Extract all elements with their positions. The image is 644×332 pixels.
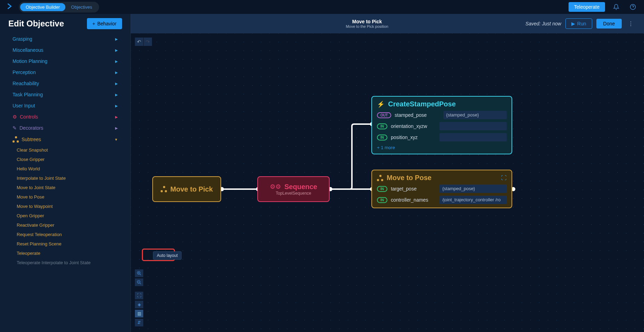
- chevron-down-icon: ▼: [114, 138, 118, 141]
- plus-icon: +: [92, 21, 95, 26]
- more-menu-icon[interactable]: ⋮: [626, 18, 636, 29]
- subtree-item[interactable]: Hello World: [4, 164, 126, 173]
- port-badge-in: IN: [377, 186, 387, 192]
- subtree-icon: [13, 136, 19, 143]
- subtree-item[interactable]: Teleoperate Interpolate to Joint State: [4, 258, 126, 267]
- controls-icon: ⚙: [13, 114, 17, 120]
- center-button[interactable]: ◈: [135, 301, 143, 308]
- add-behavior-button[interactable]: + Behavior: [87, 18, 122, 29]
- topbar: Objective Builder Objectives Teleoperate: [0, 0, 644, 14]
- tooltip: Auto layout: [153, 251, 182, 260]
- port-row: IN controller_names /joint_trajectory_co…: [372, 194, 512, 208]
- node-move-to-pose[interactable]: Move to Pose ⛶ IN target_pose {stamped_p…: [371, 170, 512, 208]
- saved-status: Saved: Just now: [525, 21, 561, 26]
- category-controls[interactable]: ⚙ Controls▶: [4, 111, 126, 122]
- port-name: position_xyz: [391, 135, 436, 140]
- redo-button[interactable]: ↷: [144, 38, 152, 46]
- canvas-header: Move to Pick Move to the Pick position S…: [131, 14, 644, 33]
- node-title: Move to Pose: [387, 174, 432, 182]
- chevron-right-icon: ▶: [115, 126, 118, 130]
- category-miscellaneous[interactable]: Miscellaneous▶: [4, 44, 126, 56]
- chevron-right-icon: ▶: [115, 115, 118, 119]
- bolt-icon: ⚡: [377, 100, 385, 108]
- sidebar-header: Edit Objective + Behavior: [0, 14, 130, 33]
- subtree-icon: [377, 175, 383, 181]
- category-grasping[interactable]: Grasping▶: [4, 33, 126, 44]
- canvas-area: Move to Pick Move to the Pick position S…: [131, 14, 644, 332]
- teleoperate-button[interactable]: Teleoperate: [569, 2, 605, 12]
- port-badge-in: IN: [377, 197, 387, 203]
- tab-group: Objective Builder Objectives: [19, 2, 99, 13]
- subtree-item[interactable]: Teleoperate: [4, 249, 126, 258]
- zoom-in-button[interactable]: [135, 269, 143, 277]
- chevron-right-icon: ▶: [115, 48, 118, 52]
- category-subtrees[interactable]: Subtrees▼: [4, 133, 126, 145]
- main: Edit Objective + Behavior Grasping▶ Misc…: [0, 14, 644, 332]
- category-reachability[interactable]: Reachability▶: [4, 78, 126, 89]
- subtree-item[interactable]: Move to Joint State: [4, 183, 126, 192]
- category-task-planning[interactable]: Task Planning▶: [4, 89, 126, 100]
- port-badge-in: IN: [377, 135, 387, 140]
- auto-layout-button[interactable]: ▥: [135, 310, 143, 317]
- subtree-icon: [161, 186, 167, 192]
- chevron-right-icon: ▶: [115, 93, 118, 97]
- port-badge-in: IN: [377, 123, 387, 129]
- tab-objectives[interactable]: Objectives: [65, 3, 98, 11]
- port-value[interactable]: {stamped_pose}: [440, 185, 507, 193]
- canvas-title-block: Move to Pick Move to the Pick position: [209, 19, 525, 29]
- chevron-right-icon: ▶: [115, 104, 118, 108]
- subtree-item[interactable]: Clear Snapshot: [4, 145, 126, 155]
- help-icon[interactable]: [627, 1, 638, 13]
- subtree-item[interactable]: Interpolate to Joint State: [4, 173, 126, 183]
- port-badge-out: OUT: [377, 112, 391, 118]
- subtree-item[interactable]: Move to Waypoint: [4, 202, 126, 211]
- fit-view-button[interactable]: ⛶: [135, 292, 143, 299]
- node-link: [221, 188, 259, 190]
- port-value[interactable]: {stamped_pose}: [443, 111, 507, 119]
- node-sequence[interactable]: ⚙⚙ Sequence TopLevelSequence: [257, 176, 330, 202]
- port-value[interactable]: [440, 122, 507, 130]
- port-more-link[interactable]: + 1 more: [372, 143, 512, 154]
- node-move-to-pick[interactable]: Move to Pick: [152, 176, 221, 202]
- node-subtitle: TopLevelSequence: [276, 191, 311, 196]
- run-label: Run: [577, 21, 586, 26]
- undo-redo-group: ↶ ↷: [135, 38, 152, 46]
- subtree-item[interactable]: Reactivate Gripper: [4, 220, 126, 230]
- category-user-input[interactable]: User Input▶: [4, 100, 126, 111]
- category-perception[interactable]: Perception▶: [4, 67, 126, 78]
- layout-toggle-button[interactable]: ⇵: [135, 319, 143, 326]
- port-row: IN target_pose {stamped_pose}: [372, 183, 512, 194]
- node-title: Move to Pick: [170, 185, 213, 193]
- node-create-stamped-pose[interactable]: ⚡ CreateStampedPose OUT stamped_pose {st…: [371, 96, 512, 154]
- canvas[interactable]: ↶ ↷ Move to Pick: [131, 33, 644, 332]
- sidebar-list: Grasping▶ Miscellaneous▶ Motion Planning…: [0, 33, 130, 332]
- subtree-item[interactable]: Open Gripper: [4, 211, 126, 220]
- chevron-right-icon: ▶: [115, 59, 118, 63]
- subtree-item[interactable]: Request Teleoperation: [4, 230, 126, 239]
- chevron-right-icon: ▶: [115, 71, 118, 74]
- subtree-item[interactable]: Move to Pose: [4, 192, 126, 202]
- tab-objective-builder[interactable]: Objective Builder: [20, 3, 65, 11]
- done-button[interactable]: Done: [596, 19, 622, 29]
- port-name: stamped_pose: [395, 112, 440, 118]
- zoom-tools: ⛶ ◈ ▥ ⇵: [135, 269, 143, 326]
- port-name: target_pose: [391, 186, 436, 192]
- node-title: CreateStampedPose: [388, 100, 456, 108]
- run-button[interactable]: ▶ Run: [565, 18, 592, 29]
- expand-icon[interactable]: ⛶: [501, 175, 507, 181]
- subtree-item[interactable]: Close Gripper: [4, 155, 126, 164]
- subtree-item[interactable]: Reset Planning Scene: [4, 239, 126, 249]
- node-title: Sequence: [284, 183, 317, 191]
- category-motion-planning[interactable]: Motion Planning▶: [4, 56, 126, 67]
- port-value[interactable]: [440, 133, 507, 141]
- bell-icon[interactable]: [611, 1, 622, 13]
- node-link: [329, 122, 374, 192]
- zoom-out-button[interactable]: [135, 278, 143, 286]
- port-row: OUT stamped_pose {stamped_pose}: [372, 110, 512, 121]
- chevron-right-icon: ▶: [115, 37, 118, 41]
- category-decorators[interactable]: ✎ Decorators▶: [4, 122, 126, 133]
- port-value[interactable]: /joint_trajectory_controller /ro: [440, 196, 507, 204]
- undo-button[interactable]: ↶: [135, 38, 143, 46]
- page-title: Edit Objective: [8, 19, 64, 29]
- sidebar: Edit Objective + Behavior Grasping▶ Misc…: [0, 14, 131, 332]
